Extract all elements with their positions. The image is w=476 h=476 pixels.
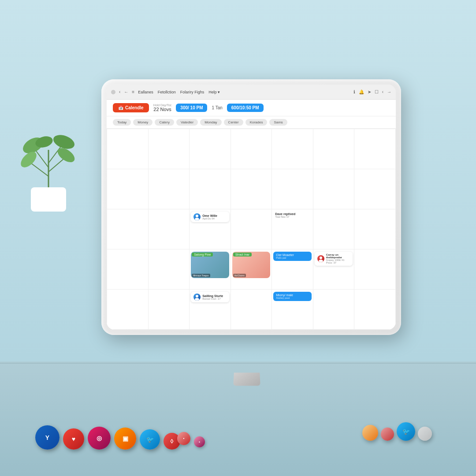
avatar-omewille <box>193 213 201 220</box>
ball-extra1: · <box>177 432 190 445</box>
cal-cell-r5c1 <box>107 290 149 330</box>
event-name-sailling: Sailling Sturte <box>202 294 227 298</box>
browser-chrome: ‹ ← ≡ Eallanes Fetollction Folariry Figh… <box>107 85 396 100</box>
menu-item-2[interactable]: Fetollction <box>158 90 176 94</box>
menu-item-3[interactable]: Folariry Fighs <box>180 90 205 94</box>
event-sub-omewille: Apil Do 54 <box>202 217 227 220</box>
miorry-text2: Atoliey past <box>276 297 309 299</box>
ball-right-2 <box>381 428 394 441</box>
miorry-text1: Miorry/ male <box>276 294 309 297</box>
text-event-dave[interactable]: Dave reptived Yoal Nov 17 <box>273 211 312 220</box>
menu-item-4[interactable]: Help ▾ <box>208 90 220 94</box>
cal-cell-r4c5[interactable]: Cler Moaeter Paliv pal <box>272 249 313 290</box>
tan-label: 1 Tan <box>212 105 222 110</box>
event-card-sailling[interactable]: Sailling Sturte Bareal Covr. 17 <box>191 292 229 302</box>
svg-point-16 <box>195 298 199 301</box>
stract-label: Stract Inar <box>233 253 252 257</box>
social-balls-left: Y ♥ ◎ ▣ 🐦 ◊ · · <box>35 425 205 450</box>
event-card-carray[interactable]: Carray un theldepreder Gopey 100E 41 Pou… <box>315 252 353 266</box>
tablet-screen: ‹ ← ≡ Eallanes Fetollction Folariry Figh… <box>107 85 396 330</box>
cal-cell-r4c7 <box>354 249 396 290</box>
cat-money[interactable]: Money <box>133 119 152 126</box>
cal-cell-r5c4 <box>231 290 272 330</box>
cal-cell-r1c7 <box>354 129 396 169</box>
cal-cell-r4c3[interactable]: Satong Pine Mmrayo Toagus <box>190 249 231 290</box>
cat-korades[interactable]: Korades <box>245 119 268 126</box>
collapse-icon[interactable]: ‹ <box>382 89 383 94</box>
expand-icon[interactable]: → <box>387 89 391 94</box>
cat-center[interactable]: Center <box>224 119 243 126</box>
cal-cell-r3c3[interactable]: Ome Wille Apil Do 54 <box>190 209 231 249</box>
event-sub-carray: Gopey 100E 41 Pouv. 37 <box>326 259 350 264</box>
cal-cell-r2c2 <box>149 169 190 209</box>
svg-point-13 <box>320 257 322 259</box>
plant-decoration <box>18 123 79 213</box>
event-card-omewille[interactable]: Ome Wille Apil Do 54 <box>191 212 229 222</box>
ball-extra2: · <box>194 436 205 447</box>
svg-point-14 <box>319 260 323 262</box>
browser-dot1 <box>111 90 115 94</box>
cal-cell-r2c3 <box>190 169 231 209</box>
svg-line-2 <box>35 150 48 167</box>
time-badge-2[interactable]: 600/10:50 PM <box>227 104 264 112</box>
ball-youtube: Y <box>35 425 60 450</box>
ball-right-twitter: 🐦 <box>397 422 415 441</box>
cal-cell-r2c1 <box>107 169 149 209</box>
nav-forward-icon[interactable]: ← <box>124 89 128 94</box>
cal-cell-r3c7 <box>354 209 396 249</box>
nav-back-icon[interactable]: ‹ <box>119 89 120 94</box>
cal-cell-r5c6 <box>313 290 355 330</box>
date-label: Hold Day/Toc <box>153 104 172 107</box>
cal-cell-r4c1 <box>107 249 149 290</box>
ball-instagram: ▣ <box>114 428 136 450</box>
date-section: Hold Day/Toc 22 Novs <box>153 104 172 112</box>
ball-right-1 <box>362 425 378 441</box>
svg-point-11 <box>196 215 198 217</box>
cal-cell-r1c6 <box>313 129 355 169</box>
cal-cell-r3c5[interactable]: Dave reptived Yoal Nov 17 <box>272 209 313 249</box>
bell-icon[interactable]: 🔔 <box>359 89 364 94</box>
app-header: 📅 Calendle Hold Day/Toc 22 Novs 300/ 10 … <box>107 100 396 116</box>
image-card-stract[interactable]: Stract Inar Aol Daons <box>232 252 271 278</box>
window-icon[interactable]: ☐ <box>375 89 379 94</box>
cal-cell-r4c6[interactable]: Carray un theldepreder Gopey 100E 41 Pou… <box>313 249 355 290</box>
cal-cell-r1c4 <box>231 129 272 169</box>
time-badge-1[interactable]: 300/ 10 PM <box>176 104 207 112</box>
cal-cell-r5c7 <box>354 290 396 330</box>
cal-cell-r4c4[interactable]: Stract Inar Aol Daons <box>231 249 272 290</box>
blue-event-miorry[interactable]: Miorry/ male Atoliey past <box>273 292 312 301</box>
cal-cell-r2c4 <box>231 169 272 209</box>
cal-cell-r5c3[interactable]: Sailling Sturte Bareal Covr. 17 <box>190 290 231 330</box>
cal-cell-r5c2 <box>149 290 190 330</box>
cal-cell-r5c5[interactable]: Miorry/ male Atoliey past <box>272 290 313 330</box>
ball-twitter: 🐦 <box>140 429 160 450</box>
cat-monday[interactable]: Monday <box>200 119 221 126</box>
cat-catery[interactable]: Catery <box>155 119 174 126</box>
info-icon[interactable]: ℹ <box>353 89 355 94</box>
image-card-satong[interactable]: Satong Pine Mmrayo Toagus <box>191 252 229 278</box>
nav-menu-icon[interactable]: ≡ <box>132 89 134 94</box>
cal-cell-r3c1 <box>107 209 149 249</box>
cal-cell-r1c1 <box>107 129 149 169</box>
dave-title: Dave reptived <box>275 212 310 216</box>
scene: ‹ ← ≡ Eallanes Fetollction Folariry Figh… <box>0 0 476 476</box>
cat-sams[interactable]: Sams <box>269 119 287 126</box>
cal-cell-r2c7 <box>354 169 396 209</box>
blue-event-cler[interactable]: Cler Moaeter Paliv pal <box>273 252 312 261</box>
cal-cell-r1c2 <box>149 129 190 169</box>
category-row: Today Money Catery Vatedler Monday Cente… <box>107 116 396 129</box>
cat-today[interactable]: Today <box>113 119 131 126</box>
share-icon[interactable]: ➤ <box>368 89 371 94</box>
cat-vatedler[interactable]: Vatedler <box>176 119 198 126</box>
event-text-sailling: Sailling Sturte Bareal Covr. 17 <box>202 294 227 300</box>
app-content: 📅 Calendle Hold Day/Toc 22 Novs 300/ 10 … <box>107 100 396 330</box>
menu-item-1[interactable]: Eallanes <box>138 90 153 94</box>
cler-text1: Cler Moaeter <box>276 253 309 257</box>
cler-text2: Paliv pal <box>276 257 309 259</box>
date-value: 22 Novs <box>153 107 171 112</box>
tablet-device: ‹ ← ≡ Eallanes Fetollction Folariry Figh… <box>101 79 401 335</box>
cal-cell-r3c4 <box>231 209 272 249</box>
floor-wall-line <box>0 363 476 364</box>
cal-cell-r2c5 <box>272 169 313 209</box>
calendly-button[interactable]: 📅 Calendle <box>113 103 149 112</box>
